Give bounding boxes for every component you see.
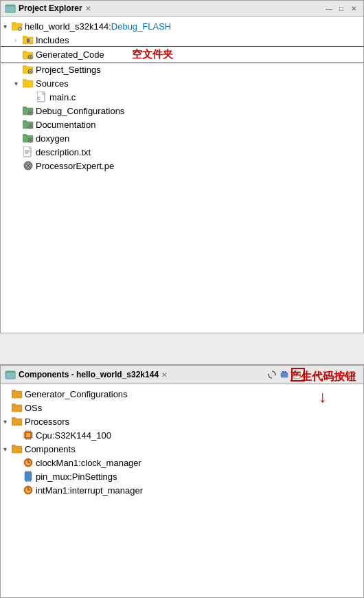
tree-item-clock-man[interactable]: › clockMan1:clock_manager <box>1 456 363 469</box>
project-config: Debug_FLASH <box>111 21 171 32</box>
gen-conf-label: Generator_Configurations <box>25 389 128 399</box>
tree-item-pin-mux[interactable]: › pin_mux:PinSettings <box>1 469 363 483</box>
tree-item-main-c[interactable]: › C main.c <box>1 90 363 104</box>
svg-point-46 <box>30 140 31 141</box>
doxygen-label: doxygen <box>36 133 69 144</box>
close-tab-icon[interactable]: ✕ <box>85 5 91 12</box>
tree-item-doxygen[interactable]: › doxygen <box>1 131 363 145</box>
project-name: hello_world_s32k144 <box>25 21 109 32</box>
components-panel-icon <box>5 369 16 380</box>
tree-arrow-components: ▾ <box>3 445 12 453</box>
main-c-label: main.c <box>49 92 76 102</box>
tree-item-project[interactable]: ▾ hello_world_s32k144:Debug_FLASH <box>1 19 363 33</box>
cpu-label: Cpu:S32K144_100 <box>36 430 111 441</box>
tree-arrow-includes: › <box>14 36 23 44</box>
maximize-panel-btn[interactable]: □ <box>336 3 347 14</box>
generated-code-folder-icon <box>23 49 34 60</box>
debug-conf-folder-icon <box>23 105 34 116</box>
pin-mux-label: pin_mux:PinSettings <box>36 472 117 482</box>
project-folder-icon <box>12 21 23 32</box>
svg-point-34 <box>30 112 31 113</box>
svg-rect-57 <box>5 373 15 379</box>
description-label: description.txt <box>36 147 91 157</box>
int-man-icon <box>23 485 34 496</box>
project-explorer-panel: Project Explorer ✕ — □ ✕ ▾ <box>0 0 364 333</box>
generated-code-label: Generated_Code <box>36 49 104 60</box>
project-icon <box>5 3 16 14</box>
arrow-down-icon: ↓ <box>290 387 356 406</box>
tree-arrow-processors: ▾ <box>3 418 12 425</box>
pin-mux-icon <box>23 471 34 482</box>
clock-man-label: clockMan1:clock_manager <box>36 458 141 468</box>
project-tree: ▾ hello_world_s32k144:Debug_FLASH <box>1 16 363 333</box>
svg-point-22 <box>30 71 31 72</box>
close-panel-btn[interactable]: ✕ <box>348 3 359 14</box>
svg-marker-48 <box>29 146 31 149</box>
cpu-icon <box>23 430 34 441</box>
processor-expert-file-icon <box>23 160 34 171</box>
int-man-label: intMan1:interrupt_manager <box>36 485 143 496</box>
tree-item-sources[interactable]: ▾ Sources <box>1 76 363 90</box>
doxygen-folder-icon <box>23 133 34 144</box>
processors-label: Processors <box>25 417 69 427</box>
svg-text:C: C <box>38 96 41 100</box>
minimize-panel-btn[interactable]: — <box>323 3 334 14</box>
processors-icon <box>12 416 23 427</box>
tree-item-processors[interactable]: ▾ Processors <box>1 414 363 428</box>
tree-item-components[interactable]: ▾ Components <box>1 442 363 456</box>
tree-item-project-settings[interactable]: › Project_Settings <box>1 63 363 76</box>
svg-rect-78 <box>26 433 30 437</box>
documentation-folder-icon <box>23 119 34 130</box>
sources-folder-icon <box>23 78 34 89</box>
processor-expert-label: ProcessorExpert.pe <box>36 161 114 171</box>
project-explorer-header: Project Explorer ✕ — □ ✕ <box>1 1 363 16</box>
svg-rect-98 <box>25 472 32 480</box>
project-settings-label: Project_Settings <box>36 65 101 75</box>
svg-rect-1 <box>5 6 15 12</box>
components-tree: › Generator_Configurations › <box>1 384 363 597</box>
components-label: Components <box>25 444 76 454</box>
description-file-icon <box>23 146 34 157</box>
documentation-label: Documentation <box>36 120 95 130</box>
tree-item-cpu[interactable]: › <box>1 428 363 442</box>
svg-point-40 <box>30 126 31 127</box>
project-explorer-title: Project Explorer ✕ <box>5 3 91 14</box>
empty-folder-annotation: 空文件夹 <box>132 48 173 61</box>
sources-label: Sources <box>36 78 69 89</box>
svg-point-16 <box>30 56 31 58</box>
plugin-btn[interactable] <box>279 369 290 380</box>
svg-marker-27 <box>43 91 45 94</box>
project-name-label: hello_world_s32k144:Debug_FLASH <box>25 21 171 32</box>
svg-rect-60 <box>281 373 288 377</box>
svg-rect-61 <box>282 371 284 373</box>
tree-item-generated-code[interactable]: › Generated_Code 空文件夹 <box>1 47 363 63</box>
includes-folder-icon <box>23 34 34 45</box>
tree-item-includes[interactable]: › Includes <box>1 33 363 47</box>
includes-label: Includes <box>36 35 69 45</box>
main-c-file-icon: C <box>36 91 47 102</box>
components-folder-icon <box>12 443 23 454</box>
svg-rect-10 <box>27 38 30 43</box>
close-components-tab-icon[interactable]: ✕ <box>161 371 167 379</box>
components-panel-label: Components - hello_world_s32k144 <box>19 370 159 379</box>
tree-arrow-sources: ▾ <box>14 80 23 87</box>
oses-label: OSs <box>25 403 42 413</box>
gen-conf-icon <box>12 388 23 399</box>
svg-rect-62 <box>285 371 287 373</box>
sync-btn[interactable] <box>266 369 277 380</box>
tree-item-int-man[interactable]: › intMan1:interrupt_manager <box>1 483 363 497</box>
tree-item-debug-conf[interactable]: › Debug_Configurations <box>1 104 363 118</box>
svg-point-6 <box>19 28 21 30</box>
project-explorer-label: Project Explorer <box>19 3 82 13</box>
tree-item-processor-expert[interactable]: › ProcessorExpert.pe <box>1 159 363 173</box>
components-panel-title: Components - hello_world_s32k144 ✕ <box>5 369 167 380</box>
tree-item-description[interactable]: › description.txt <box>1 145 363 159</box>
debug-conf-label: Debug_Configurations <box>36 106 124 116</box>
generate-code-annotation: 产生代码按钮 ↓ <box>290 370 356 406</box>
annotation-text: 产生代码按钮 <box>290 370 356 384</box>
project-settings-folder-icon <box>23 64 34 75</box>
tree-arrow-project: ▾ <box>3 23 12 30</box>
tree-item-documentation[interactable]: › Documentation <box>1 118 363 131</box>
panel-controls: — □ ✕ <box>323 3 359 14</box>
clock-man-icon <box>23 457 34 468</box>
